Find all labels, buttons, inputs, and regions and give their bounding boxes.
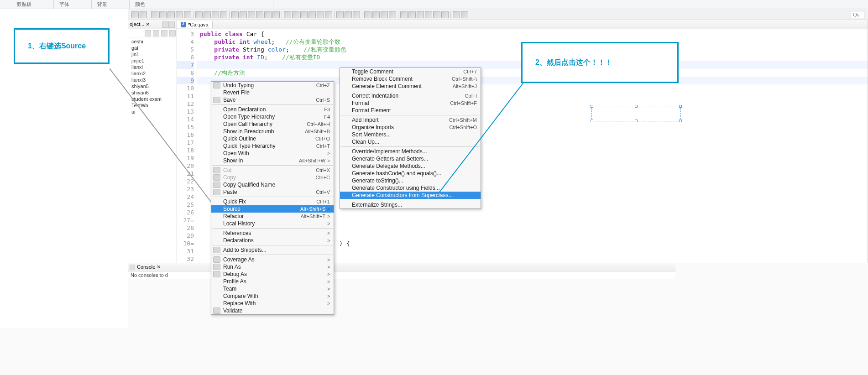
- ribbon-font[interactable]: 字体: [54, 0, 92, 9]
- menu-item[interactable]: Generate Delegate Methods...: [340, 162, 481, 170]
- menu-item[interactable]: Generate Element CommentAlt+Shift+J: [340, 83, 481, 90]
- menu-item[interactable]: Show InAlt+Shift+W>: [211, 157, 334, 164]
- project-item[interactable]: TestWb: [128, 102, 177, 109]
- toolbar-search[interactable]: [851, 11, 864, 18]
- menu-item[interactable]: Open Call HierarchyCtrl+Alt+H: [211, 120, 334, 128]
- menu-item[interactable]: Debug As>: [211, 271, 334, 278]
- menu-icon[interactable]: [169, 30, 176, 36]
- menu-item[interactable]: Run As>: [211, 263, 334, 271]
- menu-item[interactable]: Generate Getters and Setters...: [340, 155, 481, 162]
- ribbon-color[interactable]: 颜色: [130, 0, 273, 9]
- project-item[interactable]: shiyan6: [128, 89, 177, 96]
- menu-item[interactable]: Override/Implement Methods...: [340, 148, 481, 155]
- menu-item[interactable]: Externalize Strings...: [340, 201, 481, 208]
- menu-item[interactable]: SourceAlt+Shift+S>: [211, 205, 334, 213]
- menu-item[interactable]: PasteCtrl+V: [211, 188, 334, 196]
- tb-icon[interactable]: [461, 11, 468, 18]
- menu-item[interactable]: Correct IndentationCtrl+I: [340, 92, 481, 99]
- context-menu-main[interactable]: Undo TypingCtrl+ZRevert FileSaveCtrl+SOp…: [211, 81, 334, 315]
- tb-icon[interactable]: [417, 11, 424, 18]
- menu-item[interactable]: Revert File: [211, 89, 334, 96]
- tb-icon[interactable]: [389, 11, 396, 18]
- menu-item[interactable]: Compare With>: [211, 292, 334, 300]
- project-item[interactable]: ui: [128, 109, 177, 115]
- menu-item[interactable]: FormatCtrl+Shift+F: [340, 99, 481, 107]
- menu-item[interactable]: Open Type HierarchyF4: [211, 113, 334, 120]
- menu-item[interactable]: Open With>: [211, 150, 334, 157]
- tb-icon[interactable]: [272, 11, 280, 18]
- menu-item[interactable]: Remove Block CommentCtrl+Shift+\: [340, 75, 481, 83]
- tb-icon[interactable]: [212, 11, 219, 18]
- tb-icon[interactable]: [317, 11, 324, 18]
- project-item[interactable]: lianxi3: [128, 77, 177, 83]
- context-menu-source[interactable]: Toggle CommentCtrl+7Remove Block Comment…: [340, 68, 481, 209]
- menu-item[interactable]: Quick Type HierarchyCtrl+T: [211, 142, 334, 150]
- menu-item[interactable]: Local History>: [211, 220, 334, 227]
- menu-item[interactable]: Declarations>: [211, 237, 334, 244]
- tb-icon[interactable]: [167, 11, 175, 18]
- collapse-icon[interactable]: [145, 30, 151, 36]
- tb-icon[interactable]: [353, 11, 360, 18]
- tb-icon[interactable]: [453, 11, 460, 18]
- tb-icon[interactable]: [372, 11, 380, 18]
- tb-icon[interactable]: [336, 11, 344, 18]
- tb-icon[interactable]: [345, 11, 352, 18]
- menu-item[interactable]: CutCtrl+X: [211, 167, 334, 174]
- tb-icon[interactable]: [195, 11, 203, 18]
- menu-item[interactable]: Organize ImportsCtrl+Shift+O: [340, 124, 481, 131]
- project-item[interactable]: jin1: [128, 51, 177, 57]
- project-item[interactable]: ceshi: [128, 38, 177, 45]
- menu-item[interactable]: Generate Constructor using Fields...: [340, 184, 481, 192]
- tb-icon[interactable]: [284, 11, 291, 18]
- ribbon-background[interactable]: 背景: [92, 0, 130, 9]
- menu-item[interactable]: Undo TypingCtrl+Z: [211, 82, 334, 89]
- project-item[interactable]: lianxi: [128, 64, 177, 70]
- tb-icon[interactable]: [441, 11, 449, 18]
- menu-item[interactable]: Copy Qualified Name: [211, 181, 334, 188]
- menu-item[interactable]: Quick OutlineCtrl+O: [211, 135, 334, 142]
- menu-item[interactable]: Clean Up...: [340, 138, 481, 146]
- menu-item[interactable]: Open DeclarationF3: [211, 106, 334, 113]
- menu-item[interactable]: Generate hashCode() and equals()...: [340, 170, 481, 177]
- menu-item[interactable]: Show in BreadcrumbAlt+Shift+B: [211, 128, 334, 135]
- maximize-icon[interactable]: [168, 21, 175, 28]
- project-item[interactable]: gai: [128, 45, 177, 51]
- menu-item[interactable]: Toggle CommentCtrl+7: [340, 68, 481, 75]
- menu-item[interactable]: CopyCtrl+C: [211, 174, 334, 181]
- console-tab[interactable]: Console ⨯: [128, 263, 675, 271]
- menu-item[interactable]: Replace With>: [211, 300, 334, 307]
- menu-item[interactable]: Generate Constructors from Superclass...: [340, 192, 481, 199]
- menu-item[interactable]: Sort Members...: [340, 131, 481, 138]
- tb-icon[interactable]: [292, 11, 299, 18]
- tb-icon[interactable]: [300, 11, 308, 18]
- tb-icon[interactable]: [204, 11, 211, 18]
- tb-icon[interactable]: [220, 11, 227, 18]
- project-item[interactable]: shiyan5: [128, 83, 177, 89]
- tb-icon[interactable]: [176, 11, 183, 18]
- menu-item[interactable]: Coverage As>: [211, 256, 334, 263]
- menu-item[interactable]: Add ImportCtrl+Shift+M: [340, 116, 481, 124]
- menu-item[interactable]: References>: [211, 229, 334, 237]
- project-item[interactable]: lianxi2: [128, 70, 177, 77]
- tb-icon[interactable]: [231, 11, 239, 18]
- menu-item[interactable]: Profile As>: [211, 278, 334, 285]
- tb-icon[interactable]: [140, 11, 147, 18]
- tb-icon[interactable]: [309, 11, 316, 18]
- tb-icon[interactable]: [248, 11, 255, 18]
- ribbon-clipboard[interactable]: 剪贴板: [11, 0, 54, 9]
- tb-icon[interactable]: [256, 11, 263, 18]
- tb-icon[interactable]: [364, 11, 371, 18]
- menu-item[interactable]: Format Element: [340, 107, 481, 114]
- tb-icon[interactable]: [264, 11, 272, 18]
- menu-item[interactable]: RefactorAlt+Shift+T>: [211, 213, 334, 220]
- tb-icon[interactable]: [325, 11, 332, 18]
- tb-icon[interactable]: [425, 11, 432, 18]
- menu-item[interactable]: Generate toString()...: [340, 177, 481, 184]
- tb-icon[interactable]: [240, 11, 247, 18]
- tb-icon[interactable]: [184, 11, 191, 18]
- tb-icon[interactable]: [381, 11, 388, 18]
- tb-icon[interactable]: [400, 11, 408, 18]
- tb-icon[interactable]: [151, 11, 158, 18]
- tb-icon[interactable]: [408, 11, 416, 18]
- filter-icon[interactable]: [161, 30, 167, 36]
